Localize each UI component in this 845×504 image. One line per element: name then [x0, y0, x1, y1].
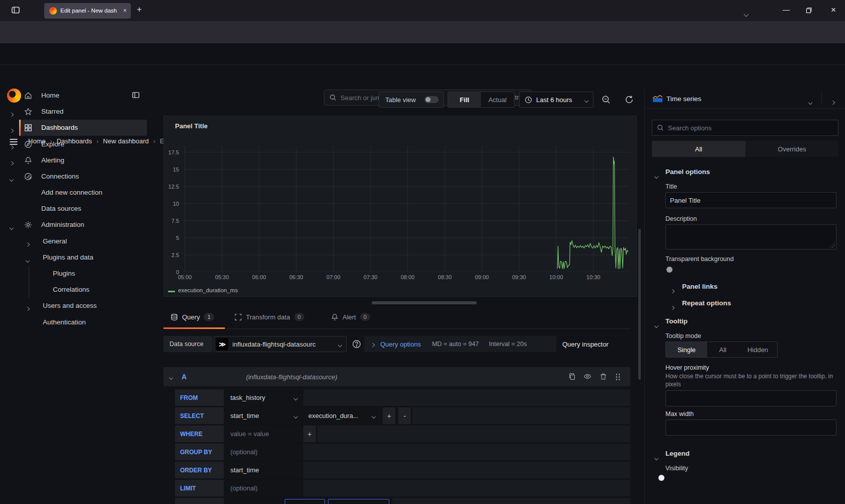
tab-transform-data[interactable]: Transform data 0	[234, 313, 304, 321]
hide-response-eye-icon[interactable]	[583, 373, 592, 380]
chevron-down-icon[interactable]	[809, 97, 812, 106]
chevron-right-icon[interactable]	[10, 143, 13, 150]
panel-title-input[interactable]	[665, 192, 836, 208]
sidebar-item-starred[interactable]: Starred	[0, 104, 151, 120]
options-search-box[interactable]: Search options	[652, 120, 838, 136]
limit-input[interactable]: (optional)	[225, 480, 302, 496]
sidebar-item-users-and-access[interactable]: Users and access	[0, 298, 151, 314]
panel[interactable]: Panel Title 02.557.51012.51517.5 05:0005…	[163, 116, 637, 297]
legend-heading[interactable]: Legend	[665, 450, 690, 457]
select-column-1[interactable]: start_time	[225, 407, 302, 424]
format-select[interactable]: Table	[225, 498, 282, 504]
sidebar-item-authentication[interactable]: Authentication	[0, 314, 151, 330]
chevron-right-icon[interactable]	[671, 302, 674, 311]
query-builder-row-select: SELECT start_time execution_dura... + -	[163, 407, 630, 424]
duplicate-query-icon[interactable]	[568, 373, 576, 380]
tab-alert[interactable]: Alert 0	[331, 313, 370, 321]
chevron-right-icon[interactable]	[26, 240, 29, 247]
actual-option[interactable]: Actual	[481, 92, 514, 107]
resize-handle[interactable]	[829, 242, 835, 248]
tooltip-heading[interactable]: Tooltip	[665, 317, 688, 325]
tab-all[interactable]: All	[652, 141, 745, 157]
panel-links-row[interactable]: Panel links	[682, 283, 718, 290]
from-table-select[interactable]: task_history	[225, 389, 302, 406]
tab-query[interactable]: Query 1	[171, 313, 214, 321]
query-options-bar[interactable]: Query options MD = auto = 947 Interval =…	[364, 336, 556, 352]
refresh-icon[interactable]	[625, 95, 634, 104]
time-range-picker[interactable]: Last 6 hours	[519, 92, 594, 108]
chevron-down-icon[interactable]	[655, 171, 658, 180]
chevron-down-icon[interactable]	[10, 223, 13, 231]
tooltip-mode-all[interactable]: All	[707, 342, 738, 357]
sidebar-item-plugins[interactable]: Plugins	[0, 266, 151, 282]
window-close-icon[interactable]: ×	[831, 5, 836, 15]
sidebar-item-correlations[interactable]: Correlations	[0, 282, 151, 298]
sidebar-item-dashboards[interactable]: Dashboards	[0, 120, 151, 136]
vertical-scrollbar[interactable]	[638, 229, 641, 380]
edit-sql-button[interactable]: Edit SQL	[285, 499, 325, 504]
tab-overrides[interactable]: Overrides	[745, 141, 838, 157]
sidebar-item-plugins-and-data[interactable]: Plugins and data	[0, 249, 151, 266]
select-add-button[interactable]: +	[383, 407, 395, 424]
tooltip-mode-single[interactable]: Single	[666, 342, 707, 357]
time-series-chart[interactable]	[184, 146, 629, 272]
horizontal-scrollbar[interactable]	[372, 301, 477, 304]
chevron-down-icon[interactable]	[10, 175, 13, 183]
show-query-help-button[interactable]: Show Query Help	[328, 499, 389, 504]
zoom-out-icon[interactable]	[602, 95, 611, 104]
query-ref-id: A	[182, 373, 187, 381]
new-tab-button[interactable]: +	[137, 5, 142, 15]
repeat-options-row[interactable]: Repeat options	[682, 299, 731, 307]
chevron-right-icon[interactable]	[10, 159, 13, 166]
groupby-input[interactable]: (optional)	[225, 444, 302, 460]
max-width-input[interactable]	[665, 419, 836, 436]
window-minimize-icon[interactable]: —	[783, 6, 790, 14]
query-inspector-button[interactable]: Query inspector	[562, 341, 609, 348]
sidebar-item-administration[interactable]: Administration	[0, 217, 151, 233]
chevron-right-icon[interactable]	[26, 304, 29, 312]
description-textarea[interactable]	[665, 224, 836, 249]
select-column-2[interactable]: execution_dura...	[303, 407, 380, 424]
sidebar-item-explore[interactable]: Explore	[0, 136, 151, 152]
hover-proximity-label: Hover proximity	[665, 364, 709, 371]
drag-handle-grip-icon[interactable]	[615, 373, 621, 380]
panel-options-heading[interactable]: Panel options	[665, 168, 710, 176]
active-tab-underline	[163, 327, 225, 329]
datasource-help-icon[interactable]	[352, 340, 361, 349]
hover-proximity-input[interactable]	[665, 390, 836, 406]
sidebar-item-home[interactable]: Home	[0, 88, 151, 104]
sidebar-item-add-new-connection[interactable]: Add new connection	[0, 185, 151, 201]
collapse-pane-chevron-icon[interactable]	[831, 97, 834, 106]
data-source-picker[interactable]: ≫ influxdata-flightsql-datasourc	[214, 336, 347, 352]
sidebar-item-general[interactable]: General	[0, 233, 151, 249]
where-add-button[interactable]: +	[303, 426, 316, 442]
chevron-down-icon[interactable]	[170, 372, 173, 381]
chevron-down-icon[interactable]	[655, 320, 658, 329]
chevron-right-icon[interactable]	[10, 110, 13, 118]
chevron-right-icon[interactable]	[671, 286, 674, 295]
tooltip-mode-hidden[interactable]: Hidden	[738, 342, 777, 357]
sidebar-item-alerting[interactable]: Alerting	[0, 152, 151, 169]
legend-series-label[interactable]: execution_duration_ms	[178, 287, 238, 293]
select-remove-button[interactable]: -	[398, 407, 411, 424]
firefox-view-icon[interactable]	[11, 6, 20, 15]
dock-sidebar-icon[interactable]	[132, 91, 140, 99]
sidebar-item-connections[interactable]: Connections	[0, 169, 151, 185]
browser-tab[interactable]: Edit panel - New dashboard - D ×	[44, 3, 131, 19]
explore-compass-icon	[24, 140, 32, 148]
visualization-picker[interactable]: Time series	[645, 90, 845, 109]
chevron-down-icon[interactable]	[655, 453, 658, 462]
where-input[interactable]: value = value	[225, 426, 302, 442]
query-row-header[interactable]: A (influxdata-flightsql-datasource)	[163, 367, 630, 386]
orderby-input[interactable]: start_time	[225, 462, 302, 478]
chevron-down-icon[interactable]	[26, 256, 29, 264]
tab-list-chevron-icon[interactable]	[744, 9, 748, 18]
table-view-toggle[interactable]	[425, 96, 439, 103]
tab-close-icon[interactable]: ×	[123, 7, 127, 14]
fill-option[interactable]: Fill	[448, 92, 481, 107]
query-options-label[interactable]: Query options	[380, 341, 421, 348]
sidebar-item-data-sources[interactable]: Data sources	[0, 201, 151, 217]
delete-query-trash-icon[interactable]	[600, 373, 607, 380]
chevron-right-icon[interactable]	[10, 126, 13, 134]
window-restore-icon[interactable]	[806, 7, 812, 14]
